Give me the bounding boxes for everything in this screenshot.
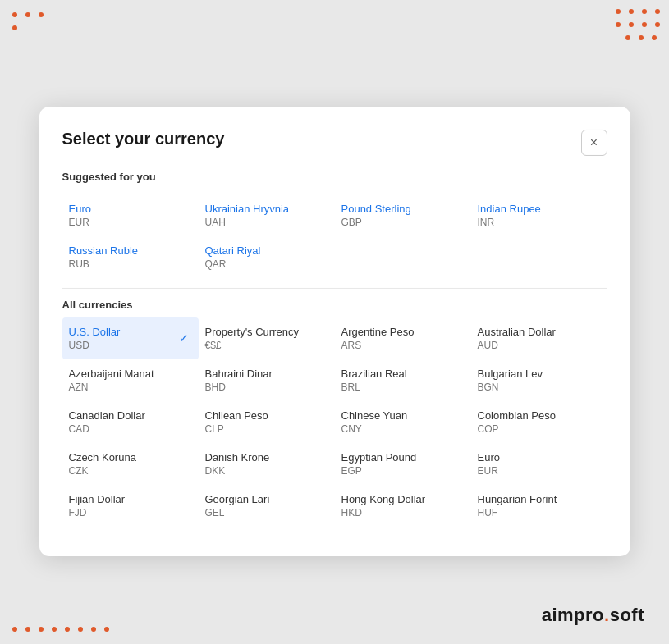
currency-name: Chilean Peso — [205, 409, 328, 421]
currency-name: Bahraini Dinar — [205, 367, 328, 379]
all-currency-item[interactable]: Hungarian Forint HUF — [471, 484, 607, 526]
close-button[interactable]: × — [581, 129, 607, 155]
currency-name: Azerbaijani Manat — [69, 367, 192, 379]
currency-code: FJD — [69, 506, 192, 518]
all-currency-item[interactable]: Georgian Lari GEL — [199, 484, 335, 526]
currency-name: Hungarian Forint — [478, 492, 601, 505]
currency-name: Egyptian Pound — [341, 450, 465, 463]
currency-name: Fijian Dollar — [69, 492, 192, 505]
currency-code: €$£ — [205, 339, 328, 350]
currency-code: BRL — [341, 381, 465, 392]
currency-code: QAR — [205, 258, 328, 269]
currency-name: Russian Ruble — [69, 244, 192, 256]
currency-code: CZK — [69, 464, 192, 476]
all-currency-item[interactable]: Bahraini Dinar BHD — [199, 359, 335, 400]
currency-code: AUD — [478, 339, 601, 350]
all-currency-item[interactable]: Egyptian Pound EGP — [335, 442, 471, 484]
suggested-currency-item[interactable]: Pound Sterling GBP — [335, 194, 471, 235]
currency-name: Euro — [69, 202, 192, 214]
currency-code: BGN — [478, 381, 601, 392]
currency-code: AZN — [69, 381, 192, 392]
suggested-currency-item[interactable]: Ukrainian Hryvnia UAH — [199, 194, 335, 235]
currency-code: CLP — [205, 422, 328, 434]
currency-name: Euro — [478, 450, 601, 463]
all-currency-item[interactable]: Argentine Peso ARS — [335, 317, 471, 359]
all-currency-item[interactable]: Fijian Dollar FJD — [62, 484, 199, 526]
currency-name: Australian Dollar — [478, 325, 601, 337]
all-currency-item[interactable]: Property's Currency €$£ — [199, 317, 335, 359]
suggested-currency-item[interactable]: Euro EUR — [62, 194, 199, 235]
currency-code: GBP — [341, 216, 465, 227]
currency-name: Brazilian Real — [341, 367, 465, 379]
currency-name: Ukrainian Hryvnia — [205, 202, 328, 214]
currency-name: Hong Kong Dollar — [341, 492, 465, 505]
all-currency-item[interactable]: Colombian Peso COP — [471, 400, 607, 442]
all-currency-item[interactable]: U.S. Dollar USD ✓ — [62, 317, 199, 359]
currency-code: RUB — [69, 258, 192, 269]
currency-code: COP — [478, 422, 601, 434]
currency-code: CAD — [69, 422, 192, 434]
all-currency-item[interactable]: Brazilian Real BRL — [335, 359, 471, 400]
currency-code: CNY — [341, 422, 465, 434]
currency-code: UAH — [205, 216, 328, 227]
all-currency-item[interactable]: Euro EUR — [471, 442, 607, 484]
currency-name: Argentine Peso — [341, 325, 465, 337]
all-currency-item[interactable]: Chinese Yuan CNY — [335, 400, 471, 442]
currency-name: Chinese Yuan — [341, 409, 465, 421]
brand-text-after: soft — [610, 605, 644, 625]
currency-modal: Select your currency × Suggested for you… — [39, 106, 630, 555]
currency-code: HKD — [341, 506, 465, 518]
all-currency-item[interactable]: Bulgarian Lev BGN — [471, 359, 607, 400]
currency-code: BHD — [205, 381, 328, 392]
currency-code: EGP — [341, 464, 465, 476]
currency-name: Indian Rupee — [478, 202, 601, 214]
section-divider — [62, 287, 607, 288]
currency-name: Pound Sterling — [341, 202, 465, 214]
suggested-currency-item[interactable]: Indian Rupee INR — [471, 194, 607, 235]
all-currency-item[interactable]: Czech Koruna CZK — [62, 442, 199, 484]
currency-name: U.S. Dollar — [69, 325, 192, 337]
all-currency-item[interactable]: Hong Kong Dollar HKD — [335, 484, 471, 526]
all-currency-item[interactable]: Australian Dollar AUD — [471, 317, 607, 359]
currency-code: EUR — [69, 216, 192, 227]
currency-name: Canadian Dollar — [69, 409, 192, 421]
currency-code: INR — [478, 216, 601, 227]
currency-name: Czech Koruna — [69, 450, 192, 463]
all-currency-item[interactable]: Azerbaijani Manat AZN — [62, 359, 199, 400]
currency-name: Colombian Peso — [478, 409, 601, 421]
currency-name: Bulgarian Lev — [478, 367, 601, 379]
suggested-currency-item[interactable]: Qatari Riyal QAR — [199, 235, 335, 277]
all-currency-item[interactable]: Danish Krone DKK — [199, 442, 335, 484]
all-currency-item[interactable]: Canadian Dollar CAD — [62, 400, 199, 442]
currency-code: DKK — [205, 464, 328, 476]
decorative-dots-top-right — [613, 7, 662, 43]
brand-dot: . — [604, 605, 610, 625]
decorative-dots-top-left — [10, 10, 46, 33]
modal-header: Select your currency × — [62, 129, 607, 155]
all-currency-item[interactable]: Chilean Peso CLP — [199, 400, 335, 442]
decorative-dots-bottom-left — [10, 624, 112, 634]
currency-code: HUF — [478, 506, 601, 518]
currency-code: ARS — [341, 339, 465, 350]
currency-code: USD — [69, 339, 192, 350]
modal-title: Select your currency — [62, 129, 225, 148]
brand-text-before: aimpro — [542, 605, 604, 625]
suggested-currency-item[interactable]: Russian Ruble RUB — [62, 235, 199, 277]
currency-name: Georgian Lari — [205, 492, 328, 505]
suggested-label: Suggested for you — [62, 170, 607, 182]
all-currencies-grid: U.S. Dollar USD ✓ Property's Currency €$… — [62, 317, 607, 526]
currency-name: Qatari Riyal — [205, 244, 328, 256]
currency-code: GEL — [205, 506, 328, 518]
check-icon: ✓ — [179, 331, 189, 345]
suggested-grid: Euro EUR Ukrainian Hryvnia UAH Pound Ste… — [62, 194, 607, 277]
currency-name: Property's Currency — [205, 325, 328, 337]
brand-logo: aimpro.soft — [542, 605, 644, 626]
currency-name: Danish Krone — [205, 450, 328, 463]
all-currencies-label: All currencies — [62, 298, 607, 310]
currency-code: EUR — [478, 464, 601, 476]
